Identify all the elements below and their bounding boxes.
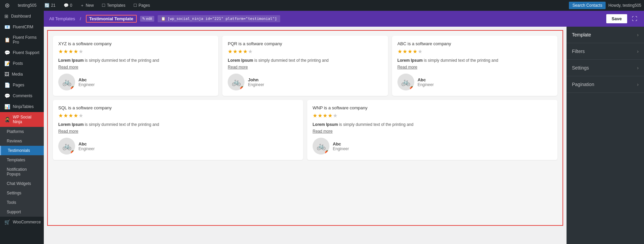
testimonial-card-2: PQR is a software company ★★★★★ Lorem Ip… [222,36,388,96]
sidebar-item-fluent-forms-pro[interactable]: 📋 Fluent Forms Pro [0,32,44,47]
card-2-stars: ★★★★★ [228,48,382,55]
right-panel-settings-label: Settings [572,65,589,71]
card-1-role: Engineer [78,82,95,87]
admin-bar: ⊛ testing505 🔄 21 💬 0 ＋ New ☐ Templates … [0,0,644,11]
comments-item[interactable]: 💬 0 [62,2,74,9]
sidebar-item-dashboard[interactable]: ⊞ Dashboard [0,11,44,22]
card-1-company: XYZ is a software company [58,41,213,46]
templates-nav-icon: ☐ [102,3,105,8]
bike-icon: 🚲 [62,78,71,86]
sidebar-item-settings[interactable]: Settings [0,188,44,198]
comments-label: Comments [13,93,32,98]
card-2-company: PQR is a software company [228,41,382,46]
template-header: All Templates / Testimonial Template ✎ e… [44,11,644,27]
ninja-tables-label: NinjaTables [13,104,34,109]
testimonial-card-1: XYZ is a software company ★★★★★ Lorem Ip… [53,36,218,96]
sidebar-item-ninja-tables[interactable]: 📊 NinjaTables [0,101,44,112]
card-4-stars: ★★★★★ [58,112,298,119]
templates-nav-item[interactable]: ☐ Templates [100,2,127,9]
card-4-text: Lorem Ipsum is simply dummied text of th… [58,121,298,128]
notification-popups-label: Notification Popups [7,167,40,177]
current-template-breadcrumb: Testimonial Template [86,15,137,23]
site-name[interactable]: testing505 [16,2,38,9]
comments-icon: 💬 [4,93,10,99]
pagination-chevron-icon: › [637,82,639,87]
sidebar-item-templates[interactable]: Templates [0,155,44,165]
sidebar-item-pages[interactable]: 📄 Pages [0,80,44,90]
dashboard-icon: ⊞ [4,13,8,19]
card-4-name: Abc [78,141,95,146]
updates-item[interactable]: 🔄 21 [42,2,57,9]
sidebar-item-fluentcrm[interactable]: 📧 FluentCRM [0,22,44,32]
search-contacts-button[interactable]: Search Contacts [569,2,606,9]
card-5-avatar: 🚲 🍎 [313,138,329,155]
card-2-read-more[interactable]: Read more [228,65,382,70]
pages-nav-icon: ☐ [133,3,137,8]
right-panel-template[interactable]: Template › [567,27,644,43]
card-5-text: Lorem Ipsum is simply dummied text of th… [313,121,552,128]
sidebar-item-testimonials[interactable]: Testimonials [0,146,44,155]
apple-icon-2: 🍎 [240,86,244,90]
sidebar-item-chat-widgets[interactable]: Chat Widgets [0,179,44,188]
card-4-read-more[interactable]: Read more [58,129,298,134]
testimonial-card-3: ABC is a software company ★★★★★ Lorem Ip… [392,36,557,96]
updates-count: 21 [51,3,55,8]
pages-label: Pages [13,83,24,87]
right-panel-pagination[interactable]: Pagination › [567,76,644,93]
sidebar-item-fluent-support[interactable]: 💬 Fluent Support [0,47,44,58]
right-panel-pagination-label: Pagination [572,82,594,87]
updates-icon: 🔄 [44,3,50,8]
sidebar-item-wp-social-ninja[interactable]: 🥷 WP Social Ninja [0,112,44,127]
fluent-support-label: Fluent Support [13,50,39,55]
bike-icon-4: 🚲 [62,142,71,151]
sidebar-item-notification-popups[interactable]: Notification Popups [0,165,44,179]
top-cards-grid: XYZ is a software company ★★★★★ Lorem Ip… [53,36,557,96]
wp-social-ninja-submenu: Platforms Reviews Testimonials Templates… [0,127,44,217]
card-3-read-more[interactable]: Read more [397,65,552,70]
sidebar-item-media[interactable]: 🖼 Media [0,69,44,80]
fluentcrm-icon: 📧 [4,24,10,30]
new-item[interactable]: ＋ New [78,1,96,10]
card-1-reviewer-info: Abc Engineer [78,77,95,87]
preview-frame: XYZ is a software company ★★★★★ Lorem Ip… [47,30,563,226]
content-area: All Templates / Testimonial Template ✎ e… [44,11,644,244]
save-button[interactable]: Save [606,14,627,23]
apple-icon-5: 🍎 [325,150,329,154]
card-5-company: WNP is a software company [313,105,552,110]
expand-button[interactable]: ⛶ [631,15,639,23]
sidebar-item-comments[interactable]: 💬 Comments [0,90,44,101]
fluent-support-icon: 💬 [4,50,10,55]
wp-social-ninja-icon: 🥷 [4,117,10,122]
tools-label: Tools [7,200,16,205]
card-2-name: John [248,77,264,82]
card-4-reviewer: 🚲 🍎 Abc Engineer [58,138,298,155]
sidebar-item-support[interactable]: Support [0,207,44,217]
pages-nav-item[interactable]: ☐ Pages [131,2,152,9]
sidebar-item-posts[interactable]: 📝 Posts [0,58,44,69]
sidebar-item-tools[interactable]: Tools [0,198,44,207]
card-1-read-more[interactable]: Read more [58,65,213,70]
card-3-stars: ★★★★★ [397,48,552,55]
settings-chevron-icon: › [637,65,639,71]
sidebar-item-woocommerce[interactable]: 🛒 WooCommerce [0,217,44,227]
templates-sub-label: Templates [7,158,25,162]
platforms-label: Platforms [7,129,24,134]
card-5-read-more[interactable]: Read more [313,129,552,134]
card-3-name: Abc [418,77,434,82]
pages-nav-label: Pages [138,3,150,8]
shortcode-box[interactable]: 📋 [wp_social_ninja id="221" platform="te… [158,15,281,22]
sidebar-item-reviews[interactable]: Reviews [0,136,44,146]
card-2-reviewer: 🚲 🍎 John Engineer [228,74,382,90]
all-templates-breadcrumb[interactable]: All Templates [49,16,75,21]
card-5-reviewer: 🚲 🍎 Abc Engineer [313,138,552,155]
sidebar-item-platforms[interactable]: Platforms [0,127,44,136]
woocommerce-icon: 🛒 [4,219,10,225]
media-icon: 🖼 [4,72,9,77]
wp-logo[interactable]: ⊛ [3,0,12,10]
right-panel-filters[interactable]: Filters › [567,43,644,60]
howdy-text: Howdy, testing505 [608,3,641,8]
card-3-company: ABC is a software company [397,41,552,46]
edit-badge[interactable]: ✎ edit [140,16,154,22]
card-3-reviewer: 🚲 🍎 Abc Engineer [397,74,552,90]
right-panel-settings[interactable]: Settings › [567,60,644,76]
